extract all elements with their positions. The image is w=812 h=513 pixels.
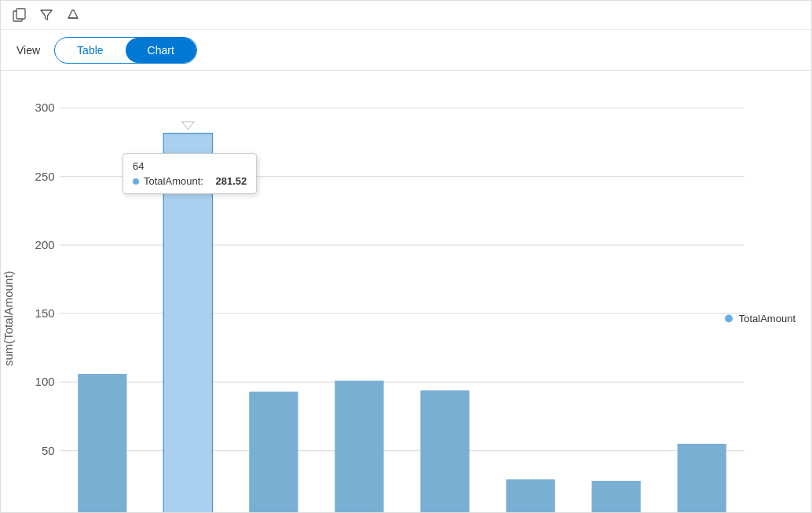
svg-rect-1	[16, 9, 25, 19]
table-toggle[interactable]: Table	[55, 38, 125, 63]
chart-legend: TotalAmount	[725, 313, 796, 324]
chart-toggle[interactable]: Chart	[126, 38, 196, 63]
copy-icon[interactable]	[12, 7, 27, 23]
clear-icon[interactable]	[65, 7, 81, 23]
toolbar	[1, 1, 811, 30]
toggle-group: Table Chart	[54, 37, 197, 64]
svg-text:150: 150	[35, 306, 55, 320]
bar-1266[interactable]	[506, 479, 554, 513]
chart-area: sum(TotalAmount) 300 250 200 150 100	[1, 71, 811, 513]
svg-text:250: 250	[35, 170, 55, 183]
bar-132[interactable]	[335, 381, 383, 513]
svg-text:sum(TotalAmount): sum(TotalAmount)	[2, 271, 15, 366]
svg-text:300: 300	[35, 101, 55, 114]
svg-marker-27	[182, 122, 195, 130]
view-bar: View Table Chart	[1, 30, 811, 71]
legend-label: TotalAmount	[739, 313, 796, 324]
chart-inner: sum(TotalAmount) 300 250 200 150 100	[1, 79, 803, 513]
filter-icon[interactable]	[38, 7, 54, 23]
app-container: View Table Chart sum(TotalAmount) 300 25…	[0, 0, 812, 513]
bar-64-highlight[interactable]	[163, 134, 212, 513]
svg-text:200: 200	[35, 238, 55, 251]
svg-text:50: 50	[42, 444, 55, 457]
bar-48[interactable]	[78, 374, 126, 513]
svg-text:100: 100	[35, 375, 55, 388]
bar-203[interactable]	[420, 390, 469, 513]
legend-dot	[725, 314, 733, 322]
chart-svg: sum(TotalAmount) 300 250 200 150 100	[1, 79, 803, 513]
bar-69[interactable]	[249, 392, 298, 513]
view-label: View	[16, 44, 40, 57]
bar-1470[interactable]	[591, 481, 640, 513]
bar-3348[interactable]	[678, 444, 726, 513]
